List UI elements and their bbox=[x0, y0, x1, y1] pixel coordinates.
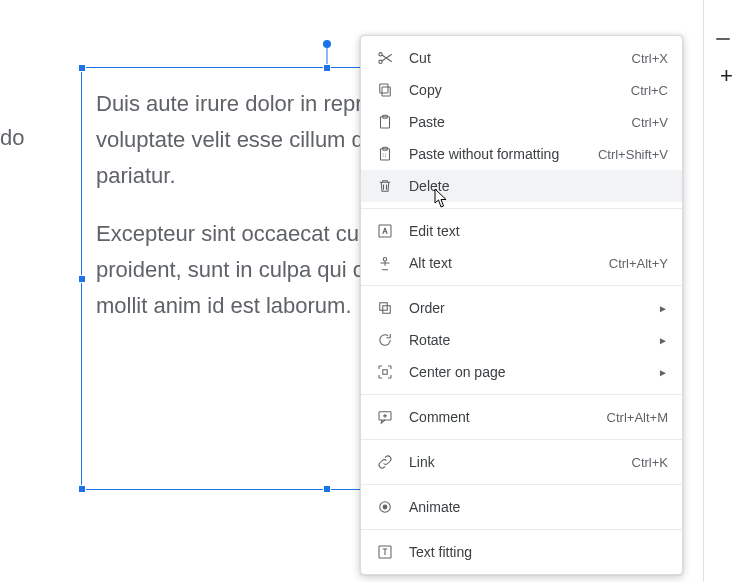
menu-alt-text-label: Alt text bbox=[409, 255, 609, 271]
menu-paste-nf-label: Paste without formatting bbox=[409, 146, 598, 162]
menu-cut-label: Cut bbox=[409, 50, 632, 66]
menu-copy[interactable]: Copy Ctrl+C bbox=[361, 74, 682, 106]
menu-separator bbox=[361, 439, 682, 440]
svg-rect-2 bbox=[382, 87, 390, 96]
edit-text-icon bbox=[375, 221, 395, 241]
context-menu: Cut Ctrl+X Copy Ctrl+C Paste Ctrl+V Past… bbox=[360, 35, 683, 575]
menu-rotate-label: Rotate bbox=[409, 332, 658, 348]
menu-paste-nf-shortcut: Ctrl+Shift+V bbox=[598, 147, 668, 162]
rotation-handle[interactable] bbox=[323, 40, 331, 48]
menu-paste-shortcut: Ctrl+V bbox=[632, 115, 668, 130]
svg-rect-10 bbox=[380, 303, 388, 311]
menu-alt-text-shortcut: Ctrl+Alt+Y bbox=[609, 256, 668, 271]
resize-handle-bm[interactable] bbox=[323, 485, 331, 493]
slide-canvas[interactable]: do Duis aute irure dolor in reprehenderi… bbox=[0, 0, 754, 582]
menu-separator bbox=[361, 484, 682, 485]
menu-comment-label: Comment bbox=[409, 409, 607, 425]
menu-order-label: Order bbox=[409, 300, 658, 316]
menu-center-on-page[interactable]: Center on page ► bbox=[361, 356, 682, 388]
menu-separator bbox=[361, 529, 682, 530]
copy-icon bbox=[375, 80, 395, 100]
panel-divider bbox=[716, 38, 730, 40]
resize-handle-bl[interactable] bbox=[78, 485, 86, 493]
menu-copy-label: Copy bbox=[409, 82, 631, 98]
svg-point-1 bbox=[379, 60, 382, 63]
menu-link-label: Link bbox=[409, 454, 632, 470]
submenu-arrow-icon: ► bbox=[658, 335, 668, 346]
menu-order[interactable]: Order ► bbox=[361, 292, 682, 324]
menu-paste-label: Paste bbox=[409, 114, 632, 130]
scissors-icon bbox=[375, 48, 395, 68]
svg-point-9 bbox=[383, 258, 386, 261]
svg-rect-12 bbox=[383, 370, 388, 375]
svg-rect-8 bbox=[379, 225, 391, 237]
add-button[interactable]: + bbox=[720, 65, 733, 87]
menu-delete[interactable]: Delete bbox=[361, 170, 682, 202]
menu-separator bbox=[361, 208, 682, 209]
alt-text-icon bbox=[375, 253, 395, 273]
text-fitting-icon bbox=[375, 542, 395, 562]
animate-icon bbox=[375, 497, 395, 517]
rotate-icon bbox=[375, 330, 395, 350]
comment-icon bbox=[375, 407, 395, 427]
resize-handle-tm[interactable] bbox=[323, 64, 331, 72]
link-icon bbox=[375, 452, 395, 472]
menu-delete-label: Delete bbox=[409, 178, 668, 194]
svg-point-15 bbox=[383, 505, 387, 509]
menu-comment-shortcut: Ctrl+Alt+M bbox=[607, 410, 668, 425]
menu-cut[interactable]: Cut Ctrl+X bbox=[361, 42, 682, 74]
menu-edit-text[interactable]: Edit text bbox=[361, 215, 682, 247]
menu-copy-shortcut: Ctrl+C bbox=[631, 83, 668, 98]
menu-animate-label: Animate bbox=[409, 499, 668, 515]
submenu-arrow-icon: ► bbox=[658, 367, 668, 378]
menu-text-fitting[interactable]: Text fitting bbox=[361, 536, 682, 568]
menu-paste-without-formatting[interactable]: Paste without formatting Ctrl+Shift+V bbox=[361, 138, 682, 170]
trash-icon bbox=[375, 176, 395, 196]
adjacent-textbox-fragment: do bbox=[0, 120, 24, 156]
menu-rotate[interactable]: Rotate ► bbox=[361, 324, 682, 356]
clipboard-icon bbox=[375, 112, 395, 132]
svg-rect-3 bbox=[380, 84, 388, 93]
resize-handle-ml[interactable] bbox=[78, 275, 86, 283]
menu-separator bbox=[361, 394, 682, 395]
menu-link-shortcut: Ctrl+K bbox=[632, 455, 668, 470]
resize-handle-tl[interactable] bbox=[78, 64, 86, 72]
order-icon bbox=[375, 298, 395, 318]
menu-alt-text[interactable]: Alt text Ctrl+Alt+Y bbox=[361, 247, 682, 279]
menu-link[interactable]: Link Ctrl+K bbox=[361, 446, 682, 478]
center-icon bbox=[375, 362, 395, 382]
menu-comment[interactable]: Comment Ctrl+Alt+M bbox=[361, 401, 682, 433]
menu-separator bbox=[361, 285, 682, 286]
menu-paste[interactable]: Paste Ctrl+V bbox=[361, 106, 682, 138]
menu-text-fitting-label: Text fitting bbox=[409, 544, 668, 560]
menu-animate[interactable]: Animate bbox=[361, 491, 682, 523]
menu-edit-text-label: Edit text bbox=[409, 223, 668, 239]
clipboard-plain-icon bbox=[375, 144, 395, 164]
menu-center-label: Center on page bbox=[409, 364, 658, 380]
submenu-arrow-icon: ► bbox=[658, 303, 668, 314]
svg-rect-11 bbox=[383, 306, 391, 314]
svg-point-0 bbox=[379, 53, 382, 56]
menu-cut-shortcut: Ctrl+X bbox=[632, 51, 668, 66]
